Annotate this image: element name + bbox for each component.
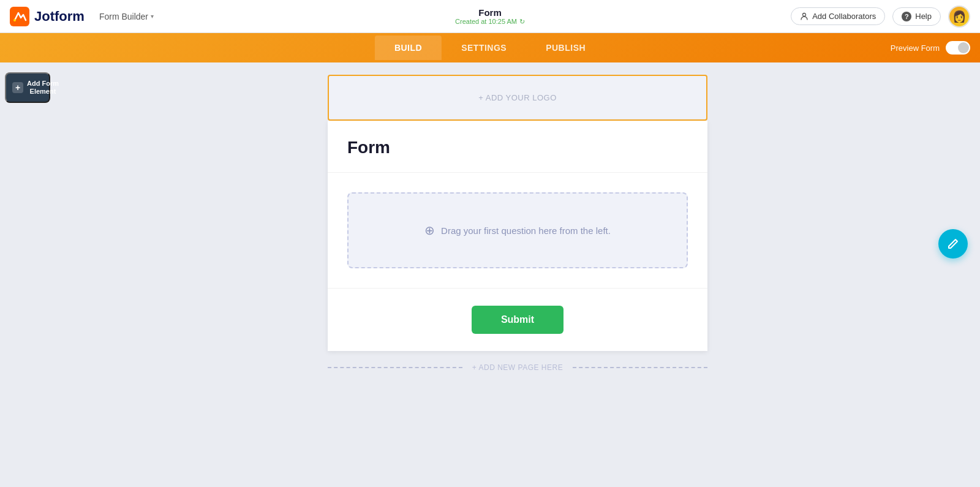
add-new-page-zone[interactable]: + ADD NEW PAGE HERE [328,363,707,372]
add-page-line-left [328,367,462,368]
avatar[interactable]: 👩 [948,6,970,28]
add-collaborators-button[interactable]: Add Collaborators [791,7,885,25]
tab-publish[interactable]: PUBLISH [526,36,605,60]
right-fab-button[interactable] [938,229,968,259]
tab-bar: BUILD SETTINGS PUBLISH Preview Form [0,33,980,62]
add-page-line-right [573,367,707,368]
help-button[interactable]: ? Help [892,7,941,26]
form-title-section: Form [328,121,707,173]
tab-bar-center: BUILD SETTINGS PUBLISH [375,36,605,60]
add-element-label: Add FormElement [27,80,59,96]
form-builder-button[interactable]: Form Builder ▾ [94,9,159,24]
submit-button[interactable]: Submit [472,306,564,334]
form-title: Form [478,7,502,18]
toggle-knob [958,42,969,53]
jotform-logo-icon [10,7,29,26]
tab-build[interactable]: BUILD [375,36,442,60]
form-builder-label: Form Builder [99,12,148,21]
canvas-area: + Add FormElement + ADD YOUR LOGO Form ⊕… [0,62,980,487]
drag-drop-text: Drag your first question here from the l… [441,225,611,236]
chevron-down-icon: ▾ [151,13,154,20]
plus-icon: + [12,82,23,93]
form-canvas: + ADD YOUR LOGO Form ⊕ Drag your first q… [55,62,980,487]
add-form-element-button[interactable]: + Add FormElement [5,72,50,103]
logo-drop-text: + ADD YOUR LOGO [478,93,557,102]
question-mark-icon: ? [902,12,911,21]
nav-right: Add Collaborators ? Help 👩 [791,6,970,28]
refresh-icon[interactable]: ↻ [519,18,525,26]
logo-area[interactable]: Jotform [10,7,85,26]
nav-center: Form Created at 10:25 AM ↻ [455,7,525,26]
drag-icon: ⊕ [424,223,435,238]
form-body-section: ⊕ Drag your first question here from the… [328,173,707,289]
preview-area: Preview Form [891,41,970,55]
logo-drop-zone[interactable]: + ADD YOUR LOGO [328,75,707,121]
preview-toggle[interactable] [946,41,970,55]
drag-drop-zone[interactable]: ⊕ Drag your first question here from the… [347,192,688,268]
svg-point-2 [803,13,806,16]
edit-icon [946,237,960,251]
top-navigation: Jotform Form Builder ▾ Form Created at 1… [0,0,980,33]
svg-point-1 [13,19,16,21]
form-card: Form ⊕ Drag your first question here fro… [328,121,707,351]
tab-settings[interactable]: SETTINGS [442,36,526,60]
logo-text: Jotform [34,9,85,25]
form-footer-section: Submit [328,289,707,351]
created-at: Created at 10:25 AM ↻ [455,18,525,26]
preview-form-label: Preview Form [891,43,940,53]
form-title-text: Form [347,138,390,157]
add-new-page-text: + ADD NEW PAGE HERE [462,363,573,372]
person-icon [800,12,809,21]
avatar-image: 👩 [949,7,969,26]
left-sidebar: + Add FormElement [0,62,55,487]
